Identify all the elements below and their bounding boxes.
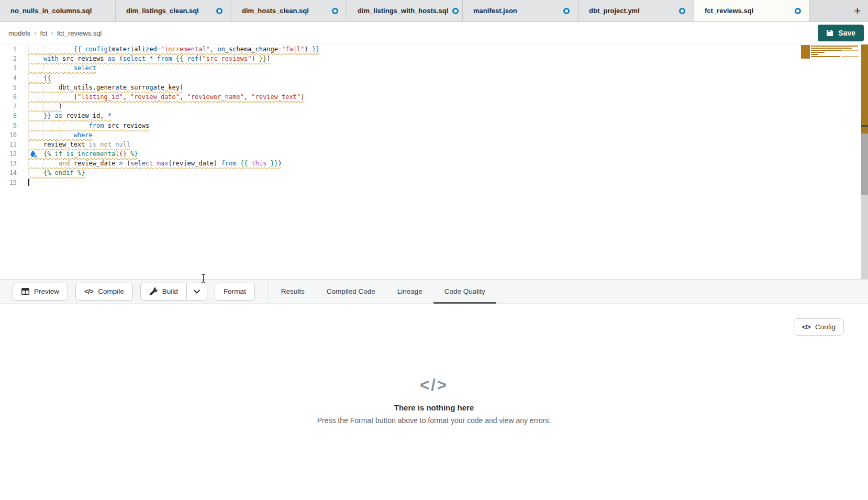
minimap-bar xyxy=(811,46,858,47)
breadcrumb-item-fct[interactable]: fct xyxy=(40,29,48,37)
code-line-text: ["listing_id", "review_date", "reviewer_… xyxy=(28,92,304,102)
line-number: 15 xyxy=(0,178,17,187)
minimap-bar xyxy=(811,56,840,57)
code-line[interactable]: 2 with src_reviews as (select * from {{ … xyxy=(0,54,868,63)
line-number: 5 xyxy=(0,83,17,92)
code-line-text: from src_reviews xyxy=(28,121,149,130)
breadcrumb-item-file[interactable]: fct_reviews.sql xyxy=(57,29,102,37)
save-button-label: Save xyxy=(838,29,855,37)
file-tab[interactable]: no_nulls_in_columns.sql xyxy=(0,0,116,21)
breadcrumb-item-models[interactable]: models xyxy=(8,29,30,37)
minimap-bar xyxy=(811,48,852,49)
line-number: 11 xyxy=(0,140,17,149)
panel-tab-lineage[interactable]: Lineage xyxy=(386,280,433,303)
table-grid-icon xyxy=(21,288,29,295)
line-number: 6 xyxy=(0,92,17,102)
code-action-drop-icon[interactable] xyxy=(30,150,37,158)
minimap-bar xyxy=(811,50,842,51)
build-split-button: Build xyxy=(140,283,207,301)
code-line[interactable]: 7 ) xyxy=(0,102,868,111)
config-button[interactable]: </> Config xyxy=(794,318,844,336)
preview-button[interactable]: Preview xyxy=(13,283,68,301)
format-button-label: Format xyxy=(224,287,246,295)
code-line[interactable]: 6 ["listing_id", "review_date", "reviewe… xyxy=(0,92,868,102)
toolbar-divider xyxy=(269,279,269,304)
file-tab[interactable]: manifest.json xyxy=(463,0,578,21)
build-options-button[interactable] xyxy=(186,283,207,300)
code-editor[interactable]: 1 {{ config(materialized="incremental", … xyxy=(0,45,868,279)
hammer-icon xyxy=(149,287,158,295)
unsaved-changes-dot-icon[interactable] xyxy=(452,8,459,14)
editor-toolbar: Preview </> Compile Build Format Results… xyxy=(0,279,868,304)
chevron-down-icon xyxy=(194,290,200,294)
minimap-block xyxy=(801,45,810,59)
file-tab[interactable]: dim_hosts_clean.sql xyxy=(231,0,347,21)
file-tab-label: dim_listings_clean.sql xyxy=(126,7,199,15)
save-button[interactable]: Save xyxy=(818,25,864,41)
unsaved-changes-dot-icon[interactable] xyxy=(679,8,685,14)
empty-state-subtitle: Press the Format button above to format … xyxy=(0,416,868,425)
code-line[interactable]: 9 from src_reviews xyxy=(0,121,868,130)
file-tab[interactable]: fct_reviews.sql xyxy=(694,0,810,21)
file-tab-label: dim_listings_with_hosts.sql xyxy=(358,7,448,15)
file-tab[interactable]: dbt_project.yml xyxy=(578,0,694,21)
build-button-label: Build xyxy=(162,287,178,295)
breadcrumb-bar: models › fct › fct_reviews.sql Save xyxy=(0,22,868,45)
code-line[interactable]: 1 {{ config(materialized="incremental", … xyxy=(0,45,868,54)
code-line-text: dbt_utils.generate_surrogate_key( xyxy=(28,83,183,92)
build-button[interactable]: Build xyxy=(141,283,186,300)
compile-button[interactable]: </> Compile xyxy=(75,283,133,301)
line-number: 9 xyxy=(0,121,17,130)
code-lines: 1 {{ config(materialized="incremental", … xyxy=(0,45,868,187)
code-line[interactable]: 15 xyxy=(0,178,868,187)
code-brackets-icon: </> xyxy=(0,376,868,395)
code-line[interactable]: 5 dbt_utils.generate_surrogate_key( xyxy=(0,83,868,92)
code-line[interactable]: 11 review_text is not null xyxy=(0,140,868,149)
file-tab-label: manifest.json xyxy=(473,7,517,15)
empty-state-title: There is nothing here xyxy=(0,403,868,412)
unsaved-changes-dot-icon[interactable] xyxy=(795,8,801,14)
file-tab-bar: no_nulls_in_columns.sqldim_listings_clea… xyxy=(0,0,868,22)
file-tab[interactable]: dim_listings_clean.sql xyxy=(116,0,231,21)
editor-scrollbar[interactable] xyxy=(861,45,868,279)
code-line[interactable]: 10 where xyxy=(0,130,868,140)
file-tab-label: fct_reviews.sql xyxy=(705,7,753,15)
code-line-text: {% endif %} xyxy=(28,168,85,177)
panel-tab-compiled-code[interactable]: Compiled Code xyxy=(316,280,386,303)
line-number: 12 xyxy=(0,149,17,159)
unsaved-changes-dot-icon[interactable] xyxy=(563,8,570,14)
minimap-bar xyxy=(843,50,859,51)
file-tab[interactable]: dim_listings_with_hosts.sql xyxy=(347,0,463,21)
file-tab-label: dbt_project.yml xyxy=(589,7,640,15)
empty-state: </> There is nothing here Press the Form… xyxy=(0,376,868,425)
mouse-ibeam-cursor xyxy=(201,274,206,283)
line-number: 10 xyxy=(0,130,17,140)
breadcrumb-chevron-icon: › xyxy=(51,29,53,37)
tabbar-spacer: + xyxy=(810,0,868,21)
code-line-text: select xyxy=(28,63,96,73)
code-line-text: where xyxy=(28,130,93,140)
scrollbar-warning-marks xyxy=(861,45,868,134)
minimap[interactable] xyxy=(801,44,860,61)
minimap-bar xyxy=(841,56,859,57)
code-line[interactable]: 4 {{ xyxy=(0,73,868,83)
unsaved-changes-dot-icon[interactable] xyxy=(216,8,222,14)
new-tab-button[interactable]: + xyxy=(854,5,861,17)
code-line[interactable]: 14 {% endif %} xyxy=(0,168,868,177)
compile-button-label: Compile xyxy=(98,287,124,295)
line-number: 1 xyxy=(0,45,17,54)
code-line[interactable]: 3 select xyxy=(0,63,868,73)
code-line[interactable]: 12 {% if is_incremental() %} xyxy=(0,149,868,159)
minimap-bar xyxy=(811,52,825,53)
unsaved-changes-dot-icon[interactable] xyxy=(332,8,338,14)
code-line[interactable]: 8 }} as review_id, * xyxy=(0,111,868,120)
minimap-bar xyxy=(811,54,818,55)
panel-tab-code-quality[interactable]: Code Quality xyxy=(433,280,496,303)
file-tab-label: dim_hosts_clean.sql xyxy=(242,7,309,15)
breadcrumb-chevron-icon: › xyxy=(34,29,37,37)
line-number: 14 xyxy=(0,168,17,177)
panel-tab-results[interactable]: Results xyxy=(270,280,316,303)
code-line-text: {{ config(materialized="incremental", on… xyxy=(28,45,319,54)
code-line[interactable]: 13 and review_date > (select max(review_… xyxy=(0,159,868,168)
format-button[interactable]: Format xyxy=(215,283,255,301)
